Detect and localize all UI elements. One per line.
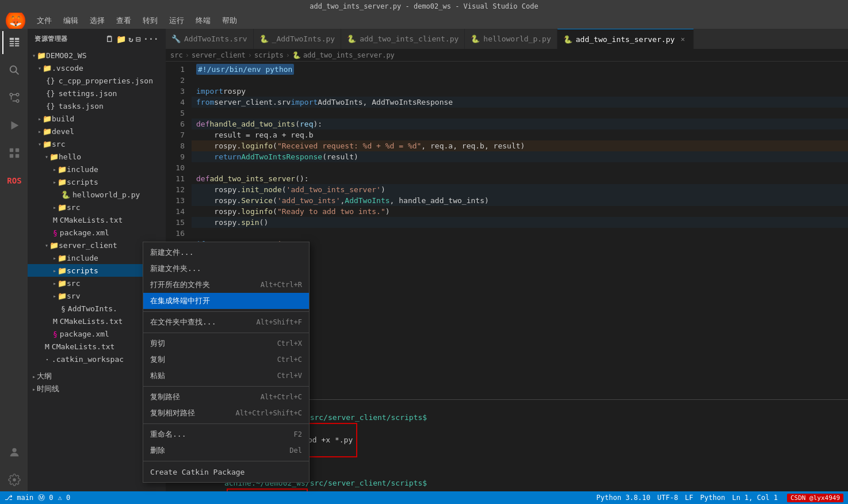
ctx-new-file[interactable]: 新建文件... (143, 245, 309, 261)
svg-rect-8 (10, 154, 13, 158)
tree-item-hello[interactable]: ▾ 📁 hello (28, 150, 166, 163)
menu-goto[interactable]: 转到 (138, 14, 162, 27)
tree-label: package.xml (60, 330, 109, 338)
status-eol[interactable]: LF (685, 494, 693, 502)
activity-git[interactable] (2, 86, 25, 109)
status-encoding[interactable]: UTF-8 (657, 494, 678, 502)
menu-terminal[interactable]: 终端 (191, 14, 215, 27)
menu-edit[interactable]: 编辑 (59, 14, 83, 27)
folder-icon: 📁 (37, 51, 46, 60)
code-line-11: def add_two_ints_server(): (192, 173, 848, 184)
refresh-icon[interactable]: ↻ (128, 35, 133, 44)
breadcrumb-filename[interactable]: add_two_ints_server.py (303, 51, 395, 59)
tree-label: .catkin_workspac (52, 355, 124, 364)
breadcrumb: src › server_client › scripts › 🐍 add_tw… (166, 49, 848, 62)
menu-run[interactable]: 运行 (165, 14, 189, 27)
folder-icon: 📁 (43, 140, 52, 148)
tab-helloworld-py[interactable]: 🐍 helloworld_p.py (465, 29, 557, 49)
tree-item-tasks[interactable]: {} tasks.json (28, 100, 166, 112)
svg-point-0 (10, 66, 17, 72)
svg-point-2 (10, 93, 13, 96)
code-line-10 (192, 162, 848, 173)
activity-settings[interactable] (2, 468, 25, 491)
tree-item-src-hello[interactable]: ▸ 📁 src (28, 201, 166, 213)
activity-account[interactable] (2, 441, 25, 464)
ctx-find-label: 在文件夹中查找... (150, 317, 216, 327)
ctx-open-terminal[interactable]: 在集成终端中打开 (143, 293, 309, 309)
tree-item-helloworld-py[interactable]: 🐍 helloworld_p.py (28, 188, 166, 201)
status-python-version[interactable]: Python 3.8.10 (597, 494, 651, 502)
breadcrumb-server-client[interactable]: server_client (192, 51, 246, 59)
breadcrumb-src[interactable]: src (170, 51, 183, 59)
tab-addtwoints-srv[interactable]: 🔧 AddTwoInts.srv (166, 29, 254, 49)
tree-label: src (67, 203, 80, 212)
code-line-9: return AddTwoIntsResponse(result) (192, 151, 848, 162)
tree-item-devel[interactable]: ▸ 📁 devel (28, 125, 166, 138)
status-language[interactable]: Python (700, 494, 725, 502)
tree-item-vscode[interactable]: ▾ 📁 .vscode (28, 62, 166, 74)
folder-icon: 📁 (43, 114, 52, 123)
code-line-16 (192, 228, 848, 239)
tab-icon: 🐍 (347, 35, 356, 43)
activity-search[interactable] (2, 59, 25, 82)
ctx-rename[interactable]: 重命名... F2 (143, 426, 309, 442)
status-errors[interactable]: Ⓜ 0 (38, 493, 53, 503)
status-warnings[interactable]: ⚠ 0 (58, 494, 71, 502)
tree-item-build[interactable]: ▸ 📁 build (28, 112, 166, 125)
more-icon[interactable]: ··· (143, 35, 159, 44)
menu-help[interactable]: 帮助 (217, 14, 242, 27)
tree-item-include-hello[interactable]: ▸ 📁 include (28, 163, 166, 175)
activity-explorer[interactable] (2, 31, 25, 54)
menu-select[interactable]: 选择 (85, 14, 109, 27)
tab-addtwoints-py[interactable]: 🐍 _AddTwoInts.py (254, 29, 342, 49)
status-cursor[interactable]: Ln 1, Col 1 (732, 494, 777, 502)
cmake-icon: M (45, 342, 49, 351)
tab-client-py[interactable]: 🐍 add_two_ints_client.py (341, 29, 465, 49)
file-icon: {} (46, 102, 55, 110)
tree-item-cmake-hello[interactable]: M CMakeLists.txt (28, 213, 166, 226)
ctx-delete[interactable]: 删除 Del (143, 442, 309, 459)
context-menu: 新建文件... 新建文件夹... 打开所在的文件夹 Alt+Ctrl+R 在集成… (143, 242, 310, 483)
ctx-paste-shortcut: Ctrl+V (277, 372, 302, 380)
collapse-icon[interactable]: ⊟ (136, 35, 141, 44)
svg-point-3 (16, 100, 19, 102)
ctx-copy-rel-path[interactable]: 复制相对路径 Alt+Ctrl+Shift+C (143, 405, 309, 421)
ctx-create-catkin[interactable]: Create Catkin Package (143, 464, 309, 480)
activity-debug[interactable] (2, 114, 25, 137)
menu-file[interactable]: 文件 (32, 14, 56, 27)
tree-item-demo02ws[interactable]: ▾ 📁 DEMO02_WS (28, 49, 166, 62)
tree-item-src[interactable]: ▾ 📁 src (28, 138, 166, 150)
status-branch[interactable]: ⎇ main (5, 494, 33, 502)
breadcrumb-scripts[interactable]: scripts (254, 51, 284, 59)
svg-point-11 (13, 478, 16, 482)
tree-label: c_cpp_properties.json (59, 77, 153, 85)
ctx-paste[interactable]: 粘贴 Ctrl+V (143, 368, 309, 384)
ctx-copy-rel-path-label: 复制相对路径 (150, 408, 195, 418)
ctx-cut[interactable]: 剪切 Ctrl+X (143, 335, 309, 352)
new-folder-icon[interactable]: 📁 (116, 35, 127, 44)
folder-icon: 📁 (58, 266, 67, 275)
new-file-icon[interactable]: 🗒 (105, 35, 114, 44)
activity-extensions[interactable] (2, 142, 25, 165)
ctx-cut-shortcut: Ctrl+X (277, 339, 302, 348)
tab-server-py[interactable]: 🐍 add_two_ints_server.py ✕ (557, 29, 694, 49)
tree-item-settings[interactable]: {} settings.json (28, 87, 166, 100)
tree-item-cpp-props[interactable]: {} c_cpp_properties.json (28, 74, 166, 87)
tab-label: add_two_ints_client.py (360, 35, 459, 43)
ctx-copy-path[interactable]: 复制路径 Alt+Ctrl+C (143, 389, 309, 405)
tree-label: CMakeLists.txt (52, 342, 115, 351)
tree-item-package-hello[interactable]: § package.xml (28, 226, 166, 239)
tree-label: DEMO02_WS (46, 51, 86, 60)
tree-label: hello (59, 152, 81, 161)
ctx-open-folder[interactable]: 打开所在的文件夹 Alt+Ctrl+R (143, 277, 309, 293)
tree-item-scripts-hello[interactable]: ▸ 📁 scripts (28, 175, 166, 188)
ctx-copy[interactable]: 复制 Ctrl+C (143, 352, 309, 368)
folder-icon: 📁 (49, 152, 59, 161)
ctx-new-folder[interactable]: 新建文件夹... (143, 261, 309, 277)
ctx-find-in-folder[interactable]: 在文件夹中查找... Alt+Shift+F (143, 314, 309, 330)
menu-view[interactable]: 查看 (112, 14, 136, 27)
tab-close-server[interactable]: ✕ (678, 35, 687, 44)
svg-marker-5 (12, 121, 19, 130)
activity-ros[interactable]: ROS (2, 169, 25, 192)
code-line-1: #!/usr/bin/env python (192, 64, 848, 75)
